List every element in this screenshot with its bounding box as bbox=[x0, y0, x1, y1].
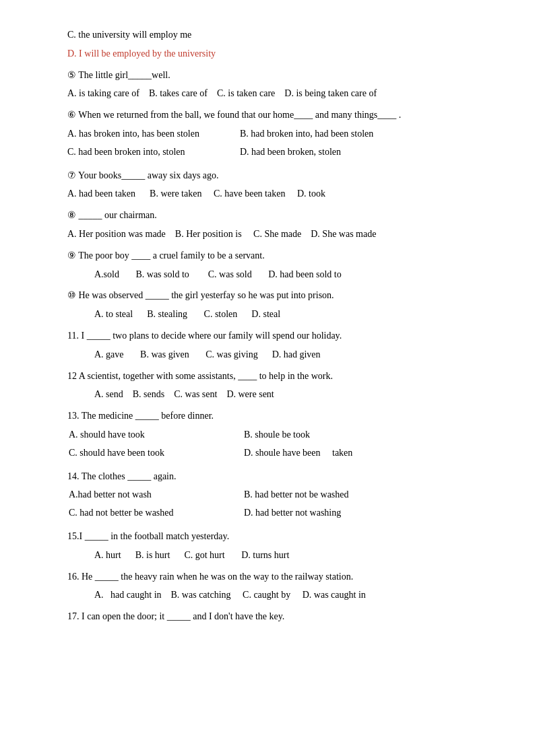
question-11: 11. I _____ two plans to decide where ou… bbox=[67, 328, 481, 344]
q14-opt-b: B. had better not be washed bbox=[244, 487, 349, 503]
question-10-options: A. to steal B. stealing C. stolen D. ste… bbox=[67, 306, 481, 322]
question-13: 13. The medicine _____ before dinner. bbox=[67, 408, 481, 424]
question-11-options: A. gave B. was given C. was giving D. ha… bbox=[67, 347, 481, 363]
q6-opt-d: D. had been broken, stolen bbox=[240, 144, 373, 160]
question-12: 12 A scientist, together with some assis… bbox=[67, 368, 481, 384]
q6-opt-b: B. had broken into, had been stolen bbox=[240, 126, 373, 142]
question-8: ⑧ _____ our chairman. bbox=[67, 207, 481, 224]
question-16-options: A. had caught in B. was catching C. caug… bbox=[67, 587, 481, 603]
question-6: ⑥ When we returned from the ball, we fou… bbox=[67, 107, 481, 123]
option-c-employ: C. the university will employ me bbox=[67, 27, 481, 43]
question-10: ⑩ He was observed _____ the girl yesterf… bbox=[67, 287, 481, 304]
q13-opt-b: B. shoule be took bbox=[244, 427, 310, 443]
question-15: 15.I _____ in the football match yesterd… bbox=[67, 528, 481, 545]
question-17: 17. I can open the door; it _____ and I … bbox=[67, 609, 481, 625]
question-8-options: A. Her position was made B. Her position… bbox=[67, 226, 481, 242]
question-14-options: A.had better not wash B. had better not … bbox=[67, 487, 481, 523]
q14-opt-d: D. had better not washing bbox=[244, 505, 341, 521]
question-13-options: A. should have took B. shoule be took C.… bbox=[67, 427, 481, 463]
question-9-options: A.sold B. was sold to C. was sold D. had… bbox=[67, 267, 481, 283]
q13-opt-a: A. should have took bbox=[69, 427, 217, 443]
question-7: ⑦ Your books_____ away six days ago. bbox=[67, 168, 481, 184]
question-15-options: A. hurt B. is hurt C. got hurt D. turns … bbox=[67, 547, 481, 563]
content-area: C. the university will employ me D. I wi… bbox=[67, 27, 481, 625]
q14-opt-a: A.had better not wash bbox=[69, 487, 217, 503]
question-7-options: A. had been taken B. were taken C. have … bbox=[67, 186, 481, 202]
question-5-options: A. is taking care of B. takes care of C.… bbox=[67, 85, 481, 102]
question-5: ⑤ The little girl_____well. bbox=[67, 67, 481, 83]
q14-opt-c: C. had not better be washed bbox=[69, 505, 217, 521]
question-16: 16. He _____ the heavy rain when he was … bbox=[67, 569, 481, 585]
q6-opt-c: C. had been broken into, stolen bbox=[67, 144, 199, 160]
q13-opt-d: D. shoule have been taken bbox=[244, 445, 352, 461]
question-12-options: A. send B. sends C. was sent D. were sen… bbox=[67, 386, 481, 403]
question-6-options: A. has broken into, has been stolen C. h… bbox=[67, 126, 481, 162]
option-d-employed: D. I will be employed by the university bbox=[67, 46, 481, 62]
q6-opt-a: A. has broken into, has been stolen bbox=[67, 126, 199, 142]
q13-opt-c: C. should have been took bbox=[69, 445, 217, 461]
question-9: ⑨ The poor boy ____ a cruel family to be… bbox=[67, 248, 481, 264]
question-14: 14. The clothes _____ again. bbox=[67, 469, 481, 485]
